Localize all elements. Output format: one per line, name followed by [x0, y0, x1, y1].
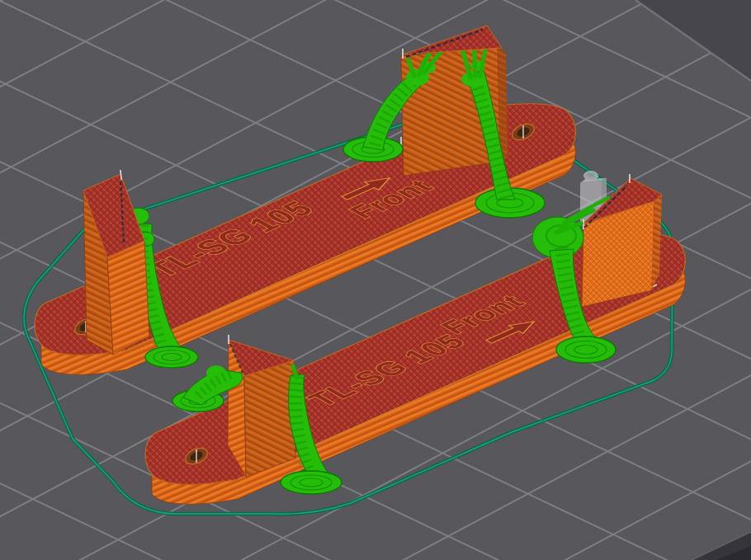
wedge-right-wall	[244, 360, 295, 477]
ghost-stud-top	[588, 172, 595, 176]
slicer-3d-viewport[interactable]: TL-SG 105 Front	[0, 0, 751, 560]
support-base	[281, 471, 342, 494]
fin-front-face	[107, 241, 149, 355]
slicer-stage: TL-SG 105 Front	[0, 0, 751, 560]
seam-mark	[120, 170, 121, 180]
